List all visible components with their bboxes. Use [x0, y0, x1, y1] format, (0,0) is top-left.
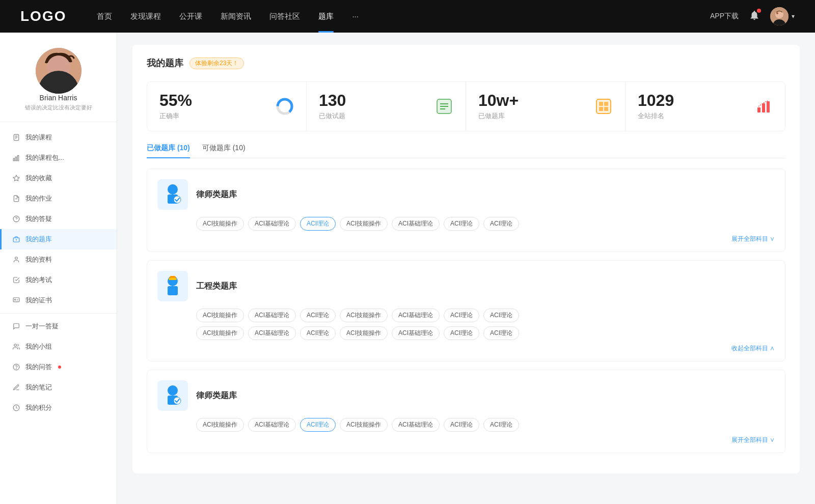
tag-3-6[interactable]: ACI理论 [444, 418, 479, 432]
tag-1-1[interactable]: ACI技能操作 [196, 217, 244, 231]
profile-motto: 错误的决定比没有决定要好 [25, 104, 92, 111]
stat-done-left: 130 已做试题 [319, 92, 346, 121]
tag-2r2-6[interactable]: ACI理论 [444, 326, 479, 340]
qbank-tags-row2-2: ACI技能操作 ACI基础理论 ACI理论 ACI技能操作 ACI基础理论 AC… [157, 326, 775, 340]
tag-2r2-5[interactable]: ACI基础理论 [392, 326, 440, 340]
bar-icon [12, 154, 20, 162]
trial-badge: 体验剩余23天！ [189, 58, 244, 69]
logo: LOGO [20, 8, 66, 24]
profile-avatar [36, 48, 82, 94]
main-layout: Brian Harris 错误的决定比没有决定要好 我的课程 我的课程包... [0, 33, 815, 504]
nav-home[interactable]: 首页 [97, 12, 112, 21]
svg-point-47 [168, 184, 178, 194]
sidebar-item-myqa[interactable]: 我的问答 [0, 357, 117, 377]
qbank-card-2: 工程类题库 ACI技能操作 ACI基础理论 ACI理论 ACI技能操作 ACI基… [147, 260, 785, 361]
sidebar-item-exam[interactable]: 我的考试 [0, 270, 117, 290]
nav-qa[interactable]: 问答社区 [269, 12, 300, 21]
tag-3-1[interactable]: ACI技能操作 [196, 418, 244, 432]
tag-2-3[interactable]: ACI理论 [300, 309, 336, 322]
sidebar-item-profile[interactable]: 我的资料 [0, 249, 117, 270]
stat-accuracy: 55% 正确率 [147, 82, 307, 131]
svg-rect-24 [13, 298, 19, 302]
qbank-title-3: 律师类题库 [196, 390, 237, 401]
nav-discover[interactable]: 发现课程 [130, 12, 161, 21]
stat-rank-label: 全站排名 [638, 111, 674, 121]
app-download-link[interactable]: APP下载 [710, 12, 739, 21]
svg-rect-38 [596, 99, 611, 114]
user-avatar [770, 7, 789, 25]
svg-point-7 [53, 63, 56, 66]
nav-qbank[interactable]: 题库 [318, 12, 334, 21]
nav-news[interactable]: 新闻资讯 [221, 12, 251, 21]
tag-3-3[interactable]: ACI理论 [300, 418, 336, 432]
sidebar-item-group[interactable]: 我的小组 [0, 337, 117, 357]
qa-icon [12, 363, 20, 371]
tag-2-7[interactable]: ACI理论 [483, 309, 519, 322]
sidebar-item-coursepack[interactable]: 我的课程包... [0, 148, 117, 168]
sidebar-item-qa[interactable]: 我的答疑 [0, 209, 117, 229]
tag-1-5[interactable]: ACI基础理论 [392, 217, 440, 231]
svg-point-26 [14, 344, 17, 347]
stat-done-questions: 130 已做试题 [307, 82, 466, 131]
file-icon [12, 133, 20, 142]
sidebar-item-mycourse[interactable]: 我的课程 [0, 127, 117, 148]
notification-bell[interactable] [749, 10, 760, 23]
tag-1-2[interactable]: ACI基础理论 [248, 217, 296, 231]
stat-banks-label: 已做题库 [478, 111, 519, 121]
lawyer-svg-1 [160, 182, 185, 207]
svg-rect-51 [168, 286, 178, 295]
svg-rect-46 [767, 101, 770, 113]
tag-2-6[interactable]: ACI理论 [444, 309, 479, 322]
tag-2r2-7[interactable]: ACI理论 [483, 326, 519, 340]
tag-2-5[interactable]: ACI基础理论 [392, 309, 440, 322]
sidebar-item-cert[interactable]: 我的证书 [0, 290, 117, 311]
qbank-header-3: 律师类题库 [157, 380, 775, 411]
tag-1-3[interactable]: ACI理论 [300, 217, 336, 231]
nav-open-course[interactable]: 公开课 [179, 12, 202, 21]
sidebar-item-1on1[interactable]: 一对一答疑 [0, 316, 117, 337]
nav-menu: 首页 发现课程 公开课 新闻资讯 问答社区 题库 ··· [97, 12, 710, 21]
content-inner: 我的题库 体验剩余23天！ 55% 正确率 [132, 45, 800, 473]
qbank-title-1: 律师类题库 [196, 189, 237, 200]
grid-icon [594, 97, 613, 116]
qbank-title-2: 工程类题库 [196, 281, 237, 292]
tab-available-banks[interactable]: 可做题库 (10) [202, 144, 246, 158]
donut-svg [276, 97, 294, 116]
grid-svg [595, 98, 612, 115]
donut-chart-icon [276, 97, 294, 116]
expand-link-3[interactable]: 展开全部科目 ∨ [157, 436, 775, 444]
sidebar-item-qbank[interactable]: 我的题库 [0, 229, 117, 249]
tag-3-4[interactable]: ACI技能操作 [340, 418, 388, 432]
tag-3-5[interactable]: ACI基础理论 [392, 418, 440, 432]
tag-3-2[interactable]: ACI基础理论 [248, 418, 296, 432]
tabs-row: 已做题库 (10) 可做题库 (10) [147, 144, 785, 158]
qbank-card-3: 律师类题库 ACI技能操作 ACI基础理论 ACI理论 ACI技能操作 ACI基… [147, 370, 785, 453]
sidebar-item-points[interactable]: 我的积分 [0, 398, 117, 418]
tag-2-1[interactable]: ACI技能操作 [196, 309, 244, 322]
nav-more[interactable]: ··· [352, 12, 359, 21]
sidebar-item-notes[interactable]: 我的笔记 [0, 377, 117, 398]
tag-2-4[interactable]: ACI技能操作 [340, 309, 388, 322]
profile-avatar-image [36, 48, 82, 94]
sidebar-item-favorites[interactable]: 我的收藏 [0, 168, 117, 188]
tag-2r2-4[interactable]: ACI技能操作 [340, 326, 388, 340]
tag-1-4[interactable]: ACI技能操作 [340, 217, 388, 231]
tag-1-6[interactable]: ACI理论 [444, 217, 479, 231]
sidebar-item-homework[interactable]: 我的作业 [0, 188, 117, 209]
tag-3-7[interactable]: ACI理论 [483, 418, 519, 432]
user-avatar-wrap[interactable]: ▾ [770, 7, 795, 25]
tag-2-2[interactable]: ACI基础理论 [248, 309, 296, 322]
qa-dot [58, 366, 61, 369]
lawyer-icon-1 [157, 179, 188, 210]
collapse-link-2[interactable]: 收起全部科目 ∧ [157, 344, 775, 353]
chat-icon [12, 322, 20, 330]
expand-link-1[interactable]: 展开全部科目 ∨ [157, 235, 775, 243]
svg-point-8 [61, 63, 63, 66]
tag-1-7[interactable]: ACI理论 [483, 217, 519, 231]
tag-2r2-1[interactable]: ACI技能操作 [196, 326, 244, 340]
tag-2r2-3[interactable]: ACI理论 [300, 326, 336, 340]
tag-2r2-2[interactable]: ACI基础理论 [248, 326, 296, 340]
tab-done-banks[interactable]: 已做题库 (10) [147, 144, 190, 158]
list-icon [435, 97, 453, 116]
svg-rect-42 [599, 107, 603, 111]
